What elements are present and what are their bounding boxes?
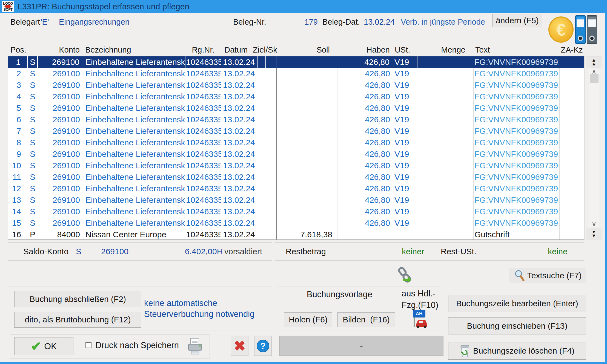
cell-haben: 426,80 [337,79,392,91]
cell-soll [276,206,337,217]
cell-haben: 426,80 [337,206,392,217]
cell-haben: 426,80 [337,171,392,183]
cell-rgnr: 10246335 [185,217,221,229]
cell-zakz [559,79,585,91]
druck-nach-speichern-label: Druck nach Speichern [95,340,179,350]
cell-text: FG:VNVNFK0096973911 [473,102,559,114]
cell-pos: 10 [8,160,28,171]
cell-soll [276,79,337,91]
cell-datum: 13.02.24 [221,137,258,148]
cell-sh: S [28,171,38,183]
saldo-konto: 269100 [101,243,128,260]
logo-text-bottom: SOFT [4,8,13,11]
cell-bez: Einbehaltene Lieferantensko [83,206,185,217]
cell-konto: 269100 [38,160,83,171]
scroll-up-arrow-icon[interactable]: ∧ [589,69,599,74]
cancel-button[interactable]: ✖ [231,336,248,356]
scrollbar-thumb[interactable] [590,74,599,83]
printer-icon[interactable] [187,338,203,355]
cell-ust: V19 [392,56,417,68]
cell-zakz [559,56,585,68]
cell-zakz [559,125,585,137]
cell-bez: Einbehaltene Lieferantensko [83,217,185,229]
table-row[interactable]: 13S269100Einbehaltene Lieferantensko1024… [8,194,584,206]
table-row[interactable]: 16P84000Nissan Center Europe1024633513.0… [8,229,584,240]
bilden-button[interactable]: Bilden (F16) [337,312,395,327]
druck-nach-speichern-checkbox[interactable] [85,342,91,348]
cell-menge [417,148,473,160]
bruttobuchung-button[interactable]: dito, als Bruttobuchung (F12) [14,312,141,328]
cell-rgnr: 10246335 [185,68,221,79]
buchungsvorlage-title: Buchungsvorlage [284,290,395,299]
scroll-down-arrow-icon[interactable]: ∨ [589,221,599,227]
column-header: Menge [417,45,473,55]
cell-ziel [258,79,266,91]
green-check-icon: ✔ [31,340,42,353]
steuer-note-line2: Steuerverbuchung notwendig [144,309,254,320]
table-row[interactable]: 12S269100Einbehaltene Lieferantensko1024… [8,183,584,194]
scroll-page-down-button[interactable]: ▼ ▼ [586,228,602,240]
cell-bez: Einbehaltene Lieferantensko [83,125,185,137]
beleg-nr-value: 179 [299,16,318,27]
cell-sk [266,194,276,206]
double-down-arrow-icon: ▼ [592,234,596,238]
table-body: 1S269100Einbehaltene Lieferantensko10246… [8,56,584,239]
table-row[interactable]: 11S269100Einbehaltene Lieferantensko1024… [8,171,584,183]
cell-sh: S [28,194,38,206]
column-header: ZA-Kz [559,45,585,55]
cell-soll [276,160,337,171]
table-row[interactable]: 6S269100Einbehaltene Lieferantensko10246… [8,114,584,125]
cell-sk [266,79,276,91]
dealer-vehicle-car-icon[interactable]: AH [413,310,427,328]
table-row[interactable]: 10S269100Einbehaltene Lieferantensko1024… [8,160,584,171]
table-row[interactable]: 5S269100Einbehaltene Lieferantensko10246… [8,102,584,114]
cell-text: Gutschrift [473,229,559,240]
cell-text: FG:VNVNFK0096973911 [473,206,559,217]
cell-rgnr: 10246335 [185,171,221,183]
holen-button[interactable]: Holen (F6) [284,312,332,327]
saldo-sh: S [76,243,81,260]
scrollbar-track[interactable]: ∧ ∨ [589,69,599,227]
cell-menge [417,114,473,125]
cell-konto: 269100 [38,137,83,148]
table-row[interactable]: 15S269100Einbehaltene Lieferantensko1024… [8,217,584,229]
belegart-text: Eingangsrechungen [59,16,130,27]
cell-soll [276,171,337,183]
logo-diamond [4,5,12,8]
cell-text: FG:VNVNFK0096973911 [473,217,559,229]
cell-ziel [258,206,266,217]
table-row[interactable]: 1S269100Einbehaltene Lieferantensko10246… [8,56,584,68]
aendern-button[interactable]: ändern (F5) [492,14,542,27]
cell-datum: 13.02.24 [221,56,258,68]
cell-sk [266,56,276,68]
cell-ust: V19 [392,217,417,229]
help-button[interactable]: ? [254,336,272,356]
zeile-bearbeiten-button[interactable]: Buchungszeile bearbeiten (Enter) [448,295,586,312]
table-row[interactable]: 7S269100Einbehaltene Lieferantensko10246… [8,125,584,137]
cell-soll [276,194,337,206]
table-row[interactable]: 4S269100Einbehaltene Lieferantensko10246… [8,91,584,102]
cell-ust: V19 [392,171,417,183]
cell-haben: 426,80 [337,125,392,137]
zeile-loeschen-button[interactable]: Buchungszeile löschen (F4) [448,342,586,360]
cell-haben: 426,80 [337,183,392,194]
recycle-bin-icon [460,344,470,357]
buchung-einschieben-button[interactable]: Buchung einschieben (F13) [448,317,586,334]
cell-text: FG:VNVNFK0096973911 [473,68,559,79]
scroll-page-up-button[interactable]: ▲ ▲ [586,56,602,68]
cell-pos: 6 [8,114,28,125]
cell-ust: V19 [392,183,417,194]
cell-soll [276,217,337,229]
ok-button[interactable]: ✔ OK [14,337,73,355]
table-row[interactable]: 14S269100Einbehaltene Lieferantensko1024… [8,206,584,217]
cell-pos: 14 [8,206,28,217]
table-row[interactable]: 8S269100Einbehaltene Lieferantensko10246… [8,137,584,148]
textsuche-button[interactable]: Textsuche (F7) [509,268,586,283]
cell-datum: 13.02.24 [221,125,258,137]
table-row[interactable]: 9S269100Einbehaltene Lieferantensko10246… [8,148,584,160]
table-row[interactable]: 2S269100Einbehaltene Lieferantensko10246… [8,68,584,79]
cell-datum: 13.02.24 [221,102,258,114]
buchung-abschliessen-button[interactable]: Buchung abschließen (F2) [14,291,141,307]
table-row[interactable]: 3S269100Einbehaltene Lieferantensko10246… [8,79,584,91]
cell-ziel [258,217,266,229]
